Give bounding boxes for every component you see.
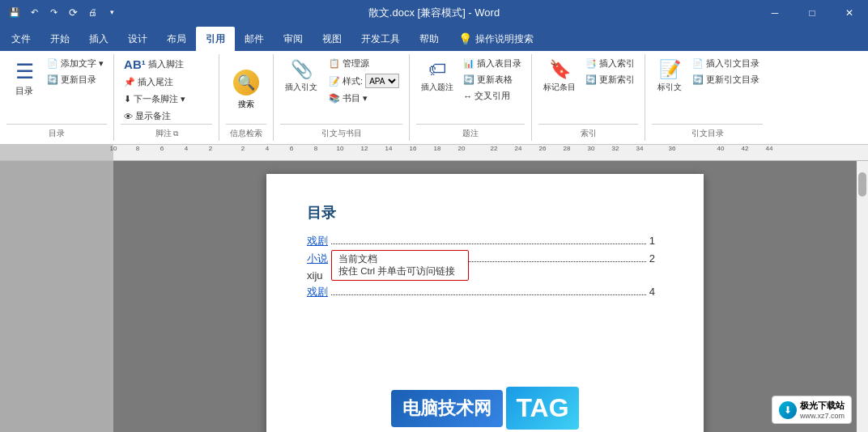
ribbon-group-citations: 📎 插入引文 📋管理源 📝 样式: APA 📚书目 <box>274 54 410 141</box>
tab-references[interactable]: 引用 <box>196 27 235 51</box>
mark-entry-icon: 🔖 <box>549 59 571 80</box>
tab-review[interactable]: 审阅 <box>274 27 313 51</box>
toc-entry-1-text[interactable]: 戏剧 <box>307 234 328 248</box>
ruler-mark-20: 20 <box>458 145 466 152</box>
vertical-scrollbar[interactable] <box>857 161 868 432</box>
insert-caption-icon: 🏷 <box>428 59 446 80</box>
repeat-button[interactable]: ⟳ <box>65 4 81 20</box>
insert-footnote-button[interactable]: AB¹ 插入脚注 <box>121 56 187 73</box>
ruler-mark-neg6: 6 <box>160 145 164 152</box>
ruler-mark-2: 2 <box>241 145 245 152</box>
title-text: 散文.docx [兼容模式] - Word <box>368 6 500 20</box>
cross-ref-icon: ↔ <box>463 91 472 101</box>
ribbon-content: ☰ 目录 📄添加文字 ▾ 🔄更新目录 目录 AB¹ 插入 <box>0 51 868 145</box>
index-group-content: 🔖 标记条目 📑插入索引 🔄更新索引 <box>538 56 638 124</box>
ribbon-group-toa: 📝 标引文 📄插入引文目录 🔄更新引文目录 引文目录 <box>645 54 769 141</box>
search-group-label: 信息检索 <box>226 124 266 139</box>
ruler-mark-neg8: 8 <box>136 145 139 152</box>
toc-page-2: 2 <box>649 252 655 265</box>
ribbon-group-captions: 🏷 插入题注 📊插入表目录 🔄更新表格 ↔交叉引用 题注 <box>410 54 532 141</box>
tab-insert[interactable]: 插入 <box>79 27 118 51</box>
ruler-mark-16: 16 <box>410 145 417 152</box>
update-index-icon: 🔄 <box>585 74 597 85</box>
ruler-mark-10: 10 <box>337 145 344 152</box>
manage-sources-button[interactable]: 📋管理源 <box>326 56 402 71</box>
update-toc-icon: 🔄 <box>47 74 58 85</box>
minimize-button[interactable]: ─ <box>756 0 794 25</box>
add-text-icon: 📄 <box>47 58 58 69</box>
manage-sources-icon: 📋 <box>329 58 340 69</box>
update-toa-button[interactable]: 🔄更新引文目录 <box>689 72 763 87</box>
tab-help[interactable]: 帮助 <box>410 27 449 51</box>
aurora-badge: ⬇ 极光下载站 www.xz7.com <box>772 396 852 424</box>
footnotes-group-label: 脚注 ⧉ <box>121 124 212 139</box>
redo-button[interactable]: ↷ <box>45 4 62 20</box>
insert-index-icon: 📑 <box>585 58 597 69</box>
mark-citation-icon: 📝 <box>659 59 681 80</box>
bibliography-button[interactable]: 📚书目 ▾ <box>326 91 402 106</box>
print-preview-button[interactable]: 🖨 <box>84 4 100 20</box>
watermark-area: 电脑技术网 TAG www.tagxp.com <box>266 387 704 432</box>
add-text-button[interactable]: 📄添加文字 ▾ <box>44 56 107 71</box>
update-toc-button[interactable]: 🔄更新目录 <box>44 72 107 87</box>
ruler-mark-neg2: 2 <box>209 145 212 152</box>
insert-citation-button[interactable]: 📎 插入引文 <box>280 56 322 96</box>
citations-group-label: 引文与书目 <box>280 124 402 139</box>
toc-entry-4-text[interactable]: 戏剧 <box>307 285 328 299</box>
style-select-container[interactable]: 📝 样式: APA <box>326 72 402 90</box>
scrollbar-thumb[interactable] <box>858 172 866 197</box>
tab-developer[interactable]: 开发工具 <box>351 27 410 51</box>
qa-dropdown[interactable]: ▾ <box>104 4 120 20</box>
ruler-mark-12: 12 <box>361 145 368 152</box>
toc-title: 目录 <box>307 203 655 222</box>
toa-group-label: 引文目录 <box>652 124 763 139</box>
save-button[interactable]: 💾 <box>6 4 23 20</box>
citations-small-btns: 📋管理源 📝 样式: APA 📚书目 ▾ <box>326 56 402 106</box>
ruler-mark-44: 44 <box>766 145 773 152</box>
toc-page-4: 4 <box>649 286 655 298</box>
mark-citation-button[interactable]: 📝 标引文 <box>652 56 687 96</box>
toc-group-content: ☰ 目录 📄添加文字 ▾ 🔄更新目录 <box>6 56 107 124</box>
ribbon-tabs: 文件 开始 插入 设计 布局 引用 邮件 审阅 视图 开发工具 帮助 💡 操作说… <box>0 25 868 51</box>
maximize-button[interactable]: □ <box>794 0 831 25</box>
toa-small-btns: 📄插入引文目录 🔄更新引文目录 <box>689 56 763 87</box>
tab-mailings[interactable]: 邮件 <box>235 27 274 51</box>
captions-group-content: 🏷 插入题注 📊插入表目录 🔄更新表格 ↔交叉引用 <box>416 56 525 124</box>
undo-button[interactable]: ↶ <box>26 4 42 20</box>
tab-view[interactable]: 视图 <box>313 27 351 51</box>
footnotes-group-content: AB¹ 插入脚注 📌 插入尾注 ⬇ 下一条脚注 ▾ 👁 显示备注 <box>121 56 189 124</box>
doc-page: 目录 戏剧 1 小说 当前文档 按住 Ctrl 并单击可访问链接 2 x <box>266 174 704 432</box>
ruler-mark-36: 36 <box>669 145 676 152</box>
cross-reference-button[interactable]: ↔交叉引用 <box>460 88 525 104</box>
toc-entry-2-text[interactable]: 小说 <box>307 252 328 266</box>
style-dropdown[interactable]: APA <box>365 74 399 88</box>
insert-index-button[interactable]: 📑插入索引 <box>582 56 638 71</box>
search-group-content: 🔍 搜索 <box>226 56 266 124</box>
insert-table-of-figs-button[interactable]: 📊插入表目录 <box>460 56 525 71</box>
title-bar: 💾 ↶ ↷ ⟳ 🖨 ▾ 散文.docx [兼容模式] - Word ─ □ ✕ <box>0 0 868 25</box>
tab-design[interactable]: 设计 <box>118 27 157 51</box>
tab-layout[interactable]: 布局 <box>157 27 196 51</box>
toc-button[interactable]: ☰ 目录 <box>6 56 42 100</box>
tab-file[interactable]: 文件 <box>2 27 40 51</box>
tab-search[interactable]: 💡 操作说明搜索 <box>449 27 543 51</box>
insert-citation-icon: 📎 <box>291 59 313 80</box>
next-footnote-button[interactable]: ⬇ 下一条脚注 ▾ <box>121 91 189 107</box>
toc-icon: ☰ <box>15 59 34 84</box>
insert-toa-button[interactable]: 📄插入引文目录 <box>689 56 763 71</box>
search-big-button[interactable]: 🔍 搜索 <box>226 66 266 113</box>
show-notes-button[interactable]: 👁 显示备注 <box>121 108 174 124</box>
ribbon-group-toc: ☰ 目录 📄添加文字 ▾ 🔄更新目录 目录 <box>0 54 114 141</box>
toc-small-buttons: 📄添加文字 ▾ 🔄更新目录 <box>44 56 107 87</box>
close-button[interactable]: ✕ <box>831 0 868 25</box>
footnotes-expand-icon[interactable]: ⧉ <box>173 129 178 138</box>
mark-entry-button[interactable]: 🔖 标记条目 <box>538 56 581 96</box>
tab-home[interactable]: 开始 <box>40 27 79 51</box>
tooltip-popup: 当前文档 按住 Ctrl 并单击可访问链接 <box>331 250 469 281</box>
update-toa-icon: 🔄 <box>692 74 704 85</box>
insert-endnote-button[interactable]: 📌 插入尾注 <box>121 74 177 90</box>
insert-toa-icon: 📄 <box>692 58 704 69</box>
update-index-button[interactable]: 🔄更新索引 <box>582 72 638 87</box>
insert-caption-button[interactable]: 🏷 插入题注 <box>416 56 458 96</box>
update-table-button[interactable]: 🔄更新表格 <box>460 72 525 87</box>
